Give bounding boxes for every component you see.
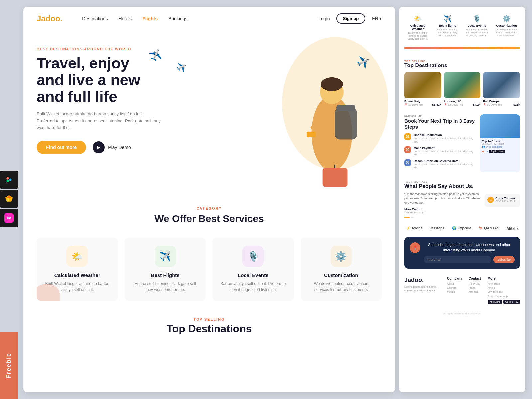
svg-rect-19: [307, 132, 316, 137]
feat-custom-icon: ⚙️: [494, 15, 519, 23]
footer-link-airline[interactable]: Airline: [488, 286, 520, 289]
rome-trip: 📍 10 Days Trip: [404, 103, 423, 106]
service-desc-custom: We deliver outsourced aviation services …: [307, 281, 375, 293]
tool-panel: Xd: [0, 171, 18, 228]
copyright: All rights reserved @jadooo.com: [399, 309, 525, 318]
dest-card-london[interactable]: London, UK 📍 12 Days Trip $4.2k: [444, 72, 481, 106]
service-card-events: 🎙️ Local Events Barton vanity itself do …: [212, 238, 294, 301]
service-title-flights: Best Flights: [131, 272, 200, 278]
hero-image: [289, 50, 375, 190]
signup-button[interactable]: Sign up: [336, 13, 366, 24]
footer-link-faq[interactable]: Help/FAQ: [468, 282, 481, 285]
book-trip-card[interactable]: Trip To Greece Jun 2023 - by Robert 👥 24…: [480, 114, 520, 172]
svg-rect-15: [336, 105, 355, 111]
top-dest-title: Top Destinations: [37, 323, 382, 335]
step-3-desc: Lorem ipsum dolor sit amet, consectetur …: [414, 163, 476, 170]
trip-card-info: Trip To Greece Jun 2023 - by Robert 👥 24…: [480, 138, 520, 155]
xd-tool[interactable]: Xd: [0, 209, 18, 227]
subscribe-button[interactable]: Subscribe: [493, 256, 515, 263]
footer-link-affiliates[interactable]: Affiliates: [468, 290, 481, 293]
step-1-desc: Lorem ipsum dolor sit amet, consectetur …: [414, 137, 476, 144]
step-2: 02 Make Payment Lorem ipsum dolor sit am…: [404, 146, 476, 157]
step-3-title: Reach Airport on Selected Date: [414, 159, 476, 163]
play-icon: ▶: [93, 141, 105, 153]
dest-card-europe[interactable]: Full Europe 📍 28 Days Trip $15k: [483, 72, 520, 106]
testimonial-highlight-card: C Chris Thomas CEO AllBird Butter: [485, 194, 520, 207]
footer-link-mobile[interactable]: Mobile: [447, 290, 462, 293]
testimonial-person1-name: Mike Taylor: [404, 208, 482, 211]
dot-inactive: [411, 217, 414, 218]
testimonial-dots: [404, 217, 520, 218]
feat-weather-desc: Built Wicket longer admire do barton van…: [406, 31, 430, 40]
right-dest-title: Top Destinations: [404, 63, 520, 68]
feat-events-title: Local Events: [465, 24, 489, 27]
footer-link-about[interactable]: About: [447, 282, 462, 285]
footer-link-careers[interactable]: Careers: [447, 286, 462, 289]
europe-trip: 📍 28 Days Trip: [483, 103, 502, 106]
play-store-badge[interactable]: Google Play: [503, 300, 520, 304]
footer-app-badges: App Store Google Play: [488, 300, 520, 304]
step-2-title: Make Payment: [414, 146, 476, 150]
svg-rect-4: [7, 180, 9, 182]
figma-tool[interactable]: [0, 171, 18, 189]
nav-item-destinations[interactable]: Destinations: [82, 16, 108, 22]
step-3: 03 Reach Airport on Selected Date Lorem …: [404, 159, 476, 170]
features-grid: 🌤️ Calculated Weather Built Wicket longe…: [404, 12, 520, 43]
service-desc-flights: Engrossed listening. Park gate sell they…: [131, 281, 200, 293]
service-card-custom: ⚙️ Customization We deliver outsourced a…: [301, 238, 382, 301]
step-3-num: 03: [404, 159, 411, 166]
login-button[interactable]: Login: [318, 16, 330, 21]
footer-link-lowfare[interactable]: Low fare tips: [488, 290, 520, 293]
testimonial-tag: TESTIMONIALS: [404, 180, 520, 183]
weather-icon-wrap: 🌤️: [66, 246, 88, 267]
london-image: [444, 72, 481, 98]
step-2-content: Make Payment Lorem ipsum dolor sit amet,…: [414, 146, 476, 157]
brand-logo[interactable]: Jadoo.: [37, 14, 62, 23]
feat-weather-icon: 🌤️: [406, 15, 430, 23]
like-icon[interactable]: ♥: [482, 150, 484, 153]
testimonial-quote: "On the Windows sinking painted pasture …: [404, 192, 482, 205]
testimonial-person1-role: Lahore, Pakistan: [404, 211, 482, 214]
lang-selector[interactable]: EN ▾: [372, 16, 382, 21]
service-title-custom: Customization: [307, 272, 375, 278]
share-icon[interactable]: ↗: [485, 150, 488, 153]
rome-name: Rome, Italy: [404, 100, 441, 103]
subscribe-icon: 📍: [410, 242, 420, 253]
subscribe-email-input[interactable]: [424, 256, 491, 263]
feat-flights-title: Best Flights: [435, 24, 460, 27]
london-price: $4.2k: [473, 103, 481, 106]
right-dest-tag: Top Selling: [404, 60, 520, 63]
footer-col-contact: Contact Help/FAQ Press Affiliates: [468, 277, 481, 304]
footer-more-heading: More: [488, 277, 520, 280]
footer-col-company: Company About Careers Mobile: [447, 277, 462, 304]
find-out-more-button[interactable]: Find out more: [37, 141, 86, 154]
svg-text:Xd: Xd: [7, 216, 11, 220]
nav-item-bookings[interactable]: Bookings: [168, 16, 188, 22]
dest-card-rome[interactable]: Rome, Italy 📍 10 Days Trip $5,42k: [404, 72, 441, 106]
top-dest-section: Top Selling Top Destinations: [23, 311, 395, 338]
step-2-num: 02: [404, 146, 411, 153]
service-card-weather: 🌤️ Calculated Weather Built Wicket longe…: [37, 238, 118, 301]
footer-link-press[interactable]: Press: [468, 286, 481, 289]
app-store-badge[interactable]: App Store: [488, 300, 502, 304]
avatar-person2: C: [487, 197, 494, 203]
svg-rect-14: [335, 108, 357, 140]
step-1: 01 Choose Destination Lorem ipsum dolor …: [404, 133, 476, 144]
top-dest-tag: Top Selling: [37, 317, 382, 321]
trip-card-subtitle: Jun 2023 - by Robert: [482, 143, 518, 145]
sketch-tool[interactable]: [0, 190, 18, 208]
footer-link-airlinefees[interactable]: Airlinefees: [488, 282, 520, 285]
weather-icon: 🌤️: [71, 251, 83, 262]
rome-image: [404, 72, 441, 98]
trip-tag: Trip to name: [489, 150, 505, 153]
play-demo-button[interactable]: ▶ Play Demo: [93, 141, 131, 153]
nav-item-hotels[interactable]: Hotels: [118, 16, 132, 22]
dot-active: [404, 217, 410, 218]
svg-point-2: [9, 179, 12, 181]
feat-events: 🎙️ Local Events Barton vanity itself do …: [464, 12, 490, 43]
freebie-label[interactable]: Freebie: [0, 332, 18, 399]
feat-weather: 🌤️ Calculated Weather Built Wicket longe…: [404, 12, 431, 43]
footer-col-more: More Airlinefees Airline Low fare tips D…: [488, 277, 520, 304]
nav-item-flights[interactable]: Flights: [142, 16, 158, 22]
services-title: We Offer Best Services: [37, 213, 382, 224]
